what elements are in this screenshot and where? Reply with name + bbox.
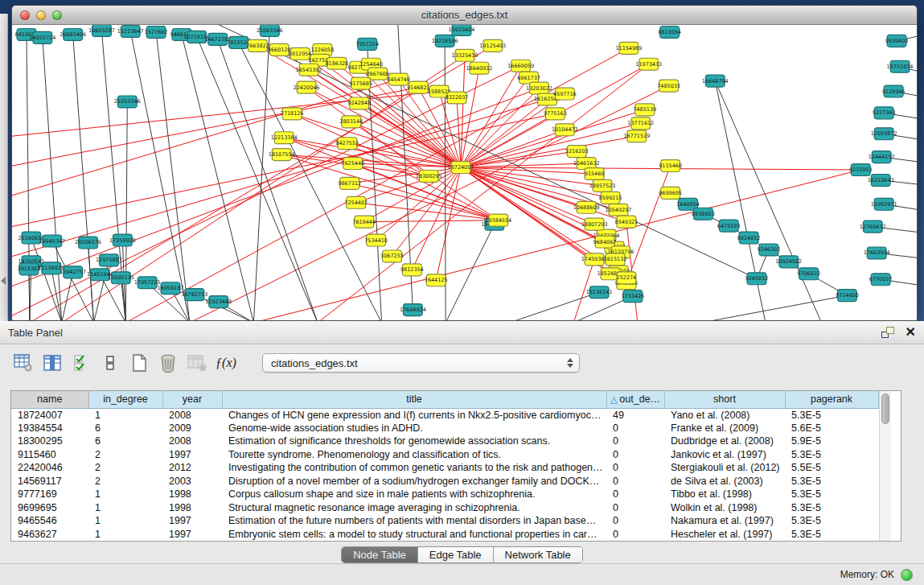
table-cell[interactable]: 0 xyxy=(606,422,664,435)
table-cell[interactable]: 0 xyxy=(606,475,664,488)
graph-node[interactable]: 10655287 xyxy=(88,25,115,36)
table-cell[interactable]: 1 xyxy=(88,408,162,422)
table-cell[interactable]: 6 xyxy=(88,435,162,448)
graph-node[interactable]: 3216203 xyxy=(565,146,589,158)
table-cell[interactable]: 5.3E-5 xyxy=(785,514,878,528)
graph-node[interactable]: 16669059 xyxy=(507,60,534,72)
graph-node[interactable]: 7625448 xyxy=(341,158,364,170)
table-cell[interactable]: 22420046 xyxy=(11,461,88,475)
graph-node[interactable]: 9714600 xyxy=(836,290,859,302)
table-cell[interactable]: 1997 xyxy=(162,528,222,542)
table-cell[interactable]: Dudbridge et al. (2008) xyxy=(664,435,785,448)
graph-node[interactable]: 13771612 xyxy=(627,117,654,130)
table-cell[interactable]: 5.3E-5 xyxy=(785,448,878,462)
graph-node[interactable]: 10688609 xyxy=(573,201,600,213)
table-row[interactable]: 977716911998Corpus callosum shape and si… xyxy=(11,488,878,501)
table-cell[interactable]: Stergiakouli et al. (2012) xyxy=(664,461,785,475)
tab-edge-table[interactable]: Edge Table xyxy=(418,547,494,562)
graph-node[interactable]: 10104473 xyxy=(552,124,578,136)
graph-node[interactable]: 18107554 xyxy=(269,149,295,161)
function-builder-button[interactable]: ƒ(x) xyxy=(216,352,236,373)
table-cell[interactable]: 18724007 xyxy=(11,408,88,422)
graph-node[interactable]: 15992971 xyxy=(871,198,897,210)
table-cell[interactable]: 2009 xyxy=(162,422,222,435)
graph-node[interactable]: 9867312 xyxy=(338,177,361,189)
table-cell[interactable]: 9777169 xyxy=(11,488,88,501)
graph-node[interactable]: 9242848 xyxy=(347,97,371,109)
select-rows-button[interactable] xyxy=(71,352,92,373)
table-cell[interactable]: 9463627 xyxy=(11,528,88,542)
graph-node[interactable]: 19384554 xyxy=(485,214,511,226)
graph-node[interactable]: 4597716 xyxy=(553,88,577,100)
graph-node[interactable]: 7957224 xyxy=(355,38,379,50)
table-row[interactable]: 1830029562008Estimation of significance … xyxy=(11,435,878,448)
table-cell[interactable]: 1 xyxy=(88,514,162,528)
table-cell[interactable]: Structural magnetic resonance image aver… xyxy=(222,501,606,515)
graph-node[interactable]: 9245012 xyxy=(745,273,769,285)
graph-node[interactable]: 9227343 xyxy=(873,107,896,119)
graph-node[interactable]: 9706033 xyxy=(797,268,820,280)
create-table-button[interactable] xyxy=(129,352,150,373)
column-settings-button[interactable] xyxy=(13,352,34,373)
graph-node[interactable]: 1527602 xyxy=(145,26,168,38)
graph-node[interactable]: 9129946 xyxy=(882,85,906,97)
graph-node[interactable]: 16543392 xyxy=(296,64,322,76)
graph-node[interactable]: 11973433 xyxy=(635,58,662,70)
table-cell[interactable]: Corpus callosum shape and size in male p… xyxy=(222,488,606,501)
table-cell[interactable]: Genome-wide association studies in ADHD. xyxy=(222,422,606,435)
graph-node[interactable]: 8186328 xyxy=(325,57,348,69)
graph-node[interactable]: 9812354 xyxy=(400,264,424,276)
column-header-title[interactable]: title xyxy=(222,391,606,408)
table-row[interactable]: 911546021997Tourette syndrome. Phenomeno… xyxy=(11,448,878,462)
table-cell[interactable]: Investigating the contribution of common… xyxy=(222,461,606,475)
table-cell[interactable]: 1 xyxy=(88,528,162,542)
table-cell[interactable]: Wolkin et al. (1998) xyxy=(664,501,785,515)
graph-node[interactable]: 1733426 xyxy=(621,290,644,303)
graph-node[interactable]: 13325419 xyxy=(452,49,478,61)
graph-node[interactable]: 9775163 xyxy=(544,108,567,120)
graph-node[interactable]: 22420046 xyxy=(294,81,320,93)
graph-node[interactable]: 17603504 xyxy=(864,247,890,259)
graph-node[interactable]: 8914912 xyxy=(737,232,761,244)
graph-node[interactable]: 15136141 xyxy=(586,286,613,299)
graph-node[interactable]: 15751074 xyxy=(887,60,914,72)
table-row[interactable]: 2242004622012Investigating the contribut… xyxy=(11,461,878,475)
column-header-name[interactable]: name xyxy=(11,391,88,408)
table-cell[interactable]: Estimation of significance thresholds fo… xyxy=(222,435,606,448)
graph-node[interactable]: 13203022 xyxy=(526,82,552,94)
graph-node[interactable]: 15223647 xyxy=(117,25,144,37)
graph-node[interactable]: 3067253 xyxy=(380,250,404,262)
graph-node[interactable]: 12213384 xyxy=(271,132,298,144)
graph-node[interactable]: 24055724 xyxy=(29,31,55,43)
graph-node[interactable]: 18945347 xyxy=(39,235,65,247)
graph-node[interactable]: 8813054 xyxy=(658,26,681,38)
graph-node[interactable]: 9660128 xyxy=(268,43,291,56)
graph-node[interactable]: 8938923 xyxy=(692,208,715,220)
table-cell[interactable]: 5.5E-5 xyxy=(785,461,878,475)
graph-node[interactable]: 8549321 xyxy=(615,216,639,228)
graph-node[interactable]: 18640932 xyxy=(466,62,492,74)
table-cell[interactable]: Franke et al. (2009) xyxy=(664,422,785,435)
table-cell[interactable]: 2008 xyxy=(162,408,222,422)
graph-node[interactable]: 7485033 xyxy=(657,80,680,92)
table-cell[interactable]: 2 xyxy=(88,461,162,475)
window-titlebar[interactable]: citations_edges.txt xyxy=(12,6,917,25)
delete-table-button[interactable] xyxy=(158,352,179,373)
table-cell[interactable]: 1998 xyxy=(162,488,222,501)
graph-node[interactable]: 9115460 xyxy=(659,160,682,172)
table-cell[interactable]: 2008 xyxy=(162,435,222,448)
table-cell[interactable]: Yano et al. (2008) xyxy=(664,408,785,422)
graph-node[interactable]: 7644125 xyxy=(425,274,448,286)
graph-node[interactable]: 16958167 xyxy=(158,282,184,295)
graph-node[interactable]: 21053346 xyxy=(114,96,141,108)
row-height-button[interactable] xyxy=(100,352,121,373)
scrollbar-thumb[interactable] xyxy=(881,393,889,424)
network-table-selector[interactable]: citations_edges.txt xyxy=(262,353,580,373)
table-cell[interactable]: Tourette syndrome. Phenomenology and cla… xyxy=(222,448,606,462)
graph-node[interactable]: 9599403 xyxy=(885,35,909,47)
table-row[interactable]: 1938455462009Genome-wide association stu… xyxy=(11,422,878,435)
table-scrollbar[interactable] xyxy=(879,391,891,541)
table-cell[interactable]: 5.6E-5 xyxy=(785,422,878,435)
table-cell[interactable]: Estimation of the future numbers of pati… xyxy=(222,514,606,528)
table-cell[interactable]: 1998 xyxy=(162,501,222,515)
